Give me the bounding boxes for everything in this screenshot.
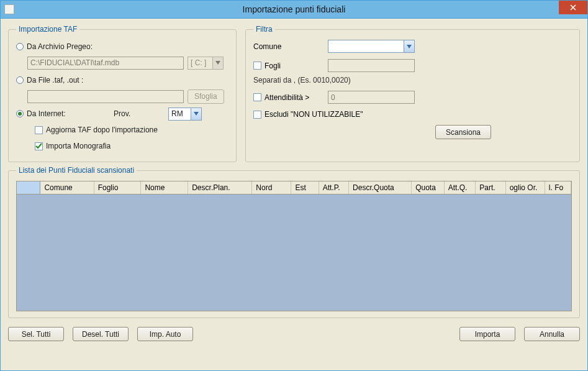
- select-all-button[interactable]: Sel. Tutti: [8, 327, 64, 341]
- deselect-all-button[interactable]: Desel. Tutti: [73, 327, 129, 341]
- cancel-button[interactable]: Annulla: [524, 327, 580, 341]
- import-button[interactable]: Importa: [459, 327, 515, 341]
- chk-monografia-label: Importa Monografia: [46, 142, 111, 150]
- titlebar: Importazione punti fiduciali: [0, 0, 588, 19]
- close-button[interactable]: [559, 1, 587, 14]
- browse-button: Sfoglia: [188, 89, 224, 104]
- col-att-p[interactable]: Att.P.: [319, 181, 348, 195]
- col-quota[interactable]: Quota: [412, 181, 445, 195]
- groupbox-list: Lista dei Punti Fiduciali scansionati Co…: [8, 166, 580, 318]
- client-area: Importazione TAF Da Archivio Pregeo: [ C…: [0, 19, 588, 371]
- drive-combo: [ C: ]: [188, 57, 224, 70]
- radio-pregeo[interactable]: [16, 43, 24, 50]
- prov-combo[interactable]: RM: [168, 108, 202, 121]
- pregeo-path-input: [27, 57, 184, 70]
- col-nord[interactable]: Nord: [252, 181, 291, 195]
- col-est[interactable]: Est: [291, 181, 319, 195]
- chk-escludi[interactable]: [253, 111, 261, 119]
- chk-monografia[interactable]: [35, 142, 43, 150]
- groupbox-import-taf-legend: Importazione TAF: [16, 25, 79, 34]
- imp-auto-button[interactable]: Imp. Auto: [137, 327, 193, 341]
- window-title: Importazione punti fiduciali: [1, 4, 587, 14]
- groupbox-list-legend: Lista dei Punti Fiduciali scansionati: [16, 166, 137, 175]
- drive-combo-text: [ C: ]: [188, 58, 212, 67]
- fogli-label: Fogli: [265, 62, 281, 70]
- col-comune[interactable]: Comune: [40, 181, 94, 195]
- table-header-row: Comune Foglio Nome Descr.Plan. Nord Est …: [17, 181, 571, 195]
- fogli-input: [328, 59, 415, 72]
- col-att-q[interactable]: Att.Q.: [444, 181, 476, 195]
- radio-pregeo-label: Da Archivio Pregeo:: [27, 42, 93, 51]
- fogli-hint: Separati da , (Es. 0010,0020): [253, 76, 572, 85]
- radio-internet-label: Da Internet:: [27, 109, 114, 118]
- prov-combo-text: RM: [169, 109, 191, 118]
- col-descr-quota[interactable]: Descr.Quota: [349, 181, 412, 195]
- col-part[interactable]: Part.: [476, 181, 505, 195]
- groupbox-filter-legend: Filtra: [253, 25, 275, 34]
- col-l-fo[interactable]: l. Fo: [545, 181, 571, 195]
- radio-file[interactable]: [16, 76, 24, 84]
- chevron-down-icon[interactable]: [191, 108, 201, 120]
- comune-combo[interactable]: [328, 40, 415, 53]
- table-container: Comune Foglio Nome Descr.Plan. Nord Est …: [16, 181, 572, 311]
- chevron-down-icon: [212, 57, 223, 69]
- radio-internet[interactable]: [16, 110, 24, 117]
- col-descr-plan[interactable]: Descr.Plan.: [188, 181, 252, 195]
- attendibilita-input: [328, 91, 415, 104]
- attendibilita-label: Attendibilità >: [265, 93, 309, 102]
- chevron-down-icon[interactable]: [404, 40, 414, 52]
- radio-file-label: Da File .taf, .out :: [27, 76, 83, 85]
- col-selector[interactable]: [17, 181, 40, 195]
- scan-button[interactable]: Scansiona: [435, 125, 491, 139]
- col-foglio[interactable]: Foglio: [94, 181, 141, 195]
- chk-aggiorna-label: Aggiorna TAF dopo l'importazione: [46, 126, 158, 134]
- groupbox-filter: Filtra Comune Fogli Separati da , (Es. 0…: [245, 25, 580, 162]
- fiducial-table[interactable]: Comune Foglio Nome Descr.Plan. Nord Est …: [17, 181, 571, 195]
- chk-fogli[interactable]: [253, 62, 261, 70]
- chk-attendibilita[interactable]: [253, 93, 261, 101]
- col-foglio-or[interactable]: oglio Or.: [505, 181, 545, 195]
- file-path-input: [27, 90, 184, 103]
- check-icon: [35, 143, 42, 150]
- col-nome[interactable]: Nome: [141, 181, 188, 195]
- groupbox-import-taf: Importazione TAF Da Archivio Pregeo: [ C…: [8, 25, 237, 162]
- prov-label: Prov.: [114, 109, 168, 118]
- comune-label: Comune: [253, 42, 328, 51]
- app-icon: [4, 4, 14, 14]
- chk-aggiorna[interactable]: [35, 126, 43, 134]
- bottom-bar: Sel. Tutti Desel. Tutti Imp. Auto Import…: [8, 327, 580, 341]
- close-icon: [570, 4, 576, 11]
- escludi-label: Escludi "NON UTILIZZABILE": [265, 110, 363, 119]
